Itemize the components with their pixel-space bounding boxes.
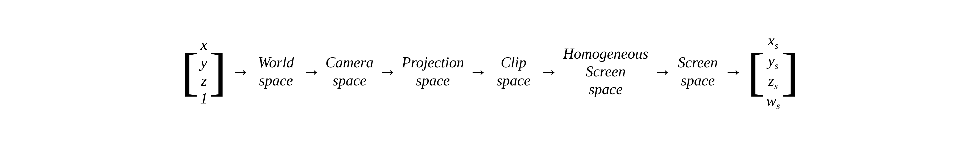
stage-homogeneous-screen-space: Homogeneous Screen space [563, 45, 648, 98]
arrow-4: → [539, 62, 558, 81]
arrow-3: → [469, 62, 487, 81]
right-bracket-close: ] [781, 49, 799, 94]
stage-screen-space: Screen space [676, 53, 719, 89]
stage-projection-label2: space [416, 72, 450, 90]
input-y: y [200, 54, 207, 71]
output-matrix: [ xs ys zs ws ] [747, 32, 799, 111]
stage-world-label2: space [259, 72, 293, 90]
stage-clip-label2: space [496, 72, 531, 90]
stage-homogeneous-label: Homogeneous [563, 45, 648, 63]
stage-homogeneous-label2: Screen [585, 63, 625, 80]
stage-world-label: World [258, 53, 294, 71]
stage-world-space: World space [255, 53, 297, 89]
stage-screen-label: Screen [678, 53, 718, 71]
input-matrix-entries: x y z 1 [200, 36, 208, 107]
input-x: x [200, 36, 207, 53]
output-ys: ys [768, 52, 778, 71]
input-1: 1 [200, 90, 208, 107]
left-bracket-close: ] [209, 49, 227, 94]
output-zs: zs [768, 72, 778, 91]
input-matrix: [ x y z 1 ] [181, 36, 226, 107]
arrow-6: → [724, 62, 742, 81]
stage-camera-space: Camera space [325, 53, 373, 89]
arrow-1: → [302, 62, 321, 81]
right-bracket-open: [ [747, 49, 765, 94]
arrow-5: → [653, 62, 671, 81]
input-z: z [201, 72, 207, 89]
arrow-0: → [231, 62, 250, 81]
stage-camera-label2: space [332, 72, 367, 90]
stage-homogeneous-label3: space [589, 80, 623, 98]
pipeline-container: [ x y z 1 ] → World space → Camera space… [0, 0, 980, 143]
left-bracket-open: [ [181, 49, 199, 94]
stage-clip-label: Clip [501, 53, 526, 71]
stage-camera-label: Camera [325, 53, 373, 71]
stage-projection-label: Projection [402, 53, 464, 71]
arrow-2: → [379, 62, 397, 81]
output-matrix-entries: xs ys zs ws [766, 32, 780, 111]
output-ws: ws [766, 92, 780, 111]
stage-clip-space: Clip space [492, 53, 535, 89]
stage-projection-space: Projection space [402, 53, 464, 89]
stage-screen-label2: space [681, 72, 715, 90]
output-xs: xs [768, 32, 778, 51]
